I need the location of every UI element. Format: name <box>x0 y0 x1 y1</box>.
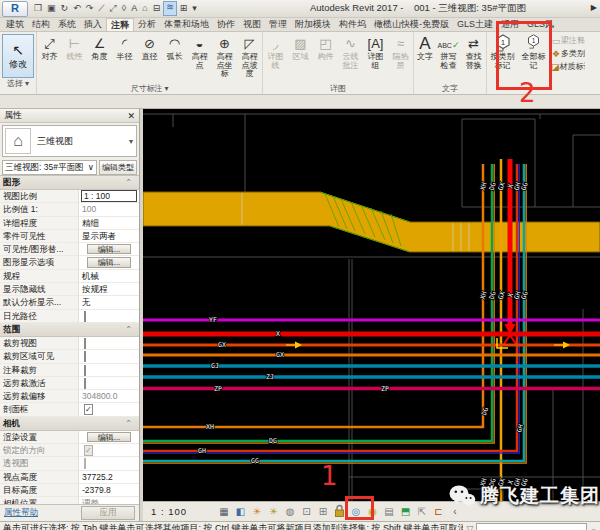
show-crop-region-icon[interactable]: ⊞ <box>316 504 330 520</box>
pipe-tag[interactable]: X <box>276 330 280 338</box>
ribbon-button[interactable]: ⤢对齐 <box>37 34 62 62</box>
sun-path-icon[interactable]: ☀ <box>250 504 264 520</box>
pipe-tag[interactable]: XH <box>479 181 489 191</box>
section-icon[interactable]: ⊟ <box>151 2 163 15</box>
ribbon-tab[interactable]: 体量和场地 <box>160 18 213 31</box>
ribbon-tab[interactable]: 分析 <box>134 18 160 31</box>
property-value[interactable]: 显示两者 <box>79 230 139 242</box>
checkbox[interactable] <box>84 338 86 349</box>
property-value[interactable]: 精细 <box>79 217 139 229</box>
pipe-tag[interactable]: DG <box>488 290 498 300</box>
property-section-header[interactable]: 范围⌃ <box>0 323 139 337</box>
ribbon-button[interactable]: ◜半径 <box>112 34 137 62</box>
多类别-button[interactable]: ❖多类别 <box>551 47 585 60</box>
ribbon-tab[interactable]: 构件坞 <box>335 18 370 31</box>
ribbon-button[interactable]: ⊕高程点坐标 <box>212 34 237 79</box>
ribbon-button[interactable]: [A]详图组 <box>363 34 388 70</box>
reveal-constraints-icon[interactable]: ⊏ <box>432 504 446 520</box>
ribbon-button[interactable]: ◸高程点坡度 <box>237 34 262 79</box>
checkbox[interactable] <box>84 311 86 322</box>
property-section-header[interactable]: 相机⌃ <box>0 417 139 431</box>
pipe-tag[interactable]: GX <box>497 477 507 487</box>
detail-level-icon[interactable]: ▦ <box>217 504 231 520</box>
property-value[interactable]: 按规程 <box>79 283 139 295</box>
open-icon[interactable]: ❐ <box>32 2 44 15</box>
pipe-tag[interactable]: GG <box>520 290 530 300</box>
pipe-tag[interactable]: GH <box>198 447 206 455</box>
tag-icon[interactable]: ◊ <box>120 2 128 15</box>
ribbon-tab[interactable]: 系统 <box>54 18 80 31</box>
ribbon-button[interactable]: ◠弧长 <box>162 34 187 62</box>
checkbox[interactable] <box>84 365 86 376</box>
tab-overflow-arrow-icon[interactable]: ▶ <box>591 3 597 12</box>
ribbon-tab[interactable]: 协作 <box>213 18 239 31</box>
application-menu-button[interactable]: R <box>2 1 28 17</box>
pipe-tag[interactable]: GX <box>497 181 507 191</box>
property-value[interactable]: 无 <box>79 296 139 308</box>
text-icon[interactable]: A <box>129 2 139 15</box>
checkbox[interactable] <box>84 351 86 362</box>
visual-style-icon[interactable]: ◧ <box>234 504 248 520</box>
ribbon-tab[interactable]: 建筑 <box>2 18 28 31</box>
checkbox[interactable] <box>84 458 86 469</box>
view-instance-selector[interactable]: 三维视图: 35#平面图 ∨ <box>2 160 97 175</box>
collapse-icon[interactable]: ⌃ <box>125 417 136 430</box>
measure-icon[interactable]: ⟋ <box>96 2 106 15</box>
pipe-tag[interactable]: DG <box>488 477 498 487</box>
collapse-icon[interactable]: ⌃ <box>125 176 136 189</box>
edit-type-button[interactable]: 编辑类型 <box>99 160 137 175</box>
pipe-tag[interactable]: GG <box>520 477 530 487</box>
pipe-tag[interactable]: YF <box>209 316 217 324</box>
drawing-area[interactable]: YFXGXGXGJZJZPZPXHDGGHGGXHDGGXXGHGGXHDGGX… <box>140 109 600 521</box>
ribbon-button[interactable]: ⇄查找替换 <box>461 34 486 70</box>
switch-windows-icon[interactable]: ⊞ <box>178 2 190 15</box>
collapse-icon[interactable]: ⌃ <box>125 323 136 336</box>
panel-label[interactable]: 详图 <box>263 83 413 94</box>
ribbon-button[interactable]: ∠角度 <box>87 34 112 62</box>
type-selector[interactable]: ⌂ 三维视图 ▾ <box>2 125 137 157</box>
view-scale-button[interactable]: 1 : 100 <box>143 506 203 517</box>
temporary-view-properties-icon[interactable]: ▤ <box>382 504 396 520</box>
design-options-select[interactable] <box>476 523 587 530</box>
checkbox[interactable] <box>84 378 86 389</box>
property-value[interactable]: 37725.2 <box>79 471 139 483</box>
properties-help-link[interactable]: 属性帮助 <box>4 507 38 519</box>
property-value[interactable]: 100 <box>79 203 139 215</box>
property-value[interactable]: 调整 <box>79 497 139 504</box>
edit-button[interactable]: 编辑... <box>87 432 131 442</box>
property-value[interactable]: -2379.8 <box>79 484 139 496</box>
ribbon-tab[interactable]: 结构 <box>28 18 54 31</box>
pipe-tag[interactable]: XH <box>479 290 489 300</box>
pipe-tag[interactable]: GG <box>520 181 530 191</box>
duct[interactable] <box>143 192 600 252</box>
redo-icon[interactable]: ↷ <box>84 2 96 15</box>
材质标记-button[interactable]: ◪材质标记 <box>551 60 585 73</box>
ribbon-tab[interactable]: 橄榄山快模-免费版 <box>370 18 453 31</box>
ribbon-tab[interactable]: 插入 <box>80 18 106 31</box>
pipe-tag[interactable]: GJ <box>211 362 219 370</box>
ribbon-tab[interactable]: 视图 <box>239 18 265 31</box>
rendering-dialog-icon[interactable]: ◍ <box>283 504 297 520</box>
default-3d-view-icon[interactable]: ⌂ <box>140 2 149 15</box>
undo-icon[interactable]: ↶ <box>71 2 83 15</box>
property-section-header[interactable]: 图形⌃ <box>0 176 139 190</box>
qat-customize-icon[interactable]: ▾ <box>190 2 199 15</box>
ribbon-tab[interactable]: GLS土建 <box>453 18 497 31</box>
pipe-tag[interactable]: ZP <box>214 385 222 393</box>
close-icon[interactable]: ✕ <box>127 111 135 121</box>
pipe-tag[interactable]: XH <box>206 423 214 431</box>
checkbox[interactable]: ✓ <box>84 404 93 415</box>
ribbon-button[interactable]: ⊘直径 <box>137 34 162 62</box>
aligned-dimension-icon[interactable]: ⤢ <box>108 2 119 15</box>
chevron-down-icon[interactable]: ⌄ <box>590 524 597 530</box>
ribbon-tab[interactable]: 附加模块 <box>291 18 335 31</box>
pipe-tag[interactable]: DG <box>488 181 498 191</box>
ribbon-button[interactable]: A文字 <box>414 34 436 62</box>
modify-button[interactable]: ↖ 修改 <box>2 34 34 78</box>
edit-button[interactable]: 编辑... <box>87 257 131 267</box>
save-icon[interactable]: ▣ <box>45 2 58 15</box>
ribbon-tab[interactable]: 管理 <box>265 18 291 31</box>
edit-button[interactable]: 编辑... <box>87 244 131 254</box>
sync-icon[interactable]: ↻ <box>59 2 71 15</box>
plan-view-canvas[interactable]: YFXGXGXGJZJZPZPXHDGGHGGXHDGGXXGHGGXHDGGX… <box>143 109 600 501</box>
